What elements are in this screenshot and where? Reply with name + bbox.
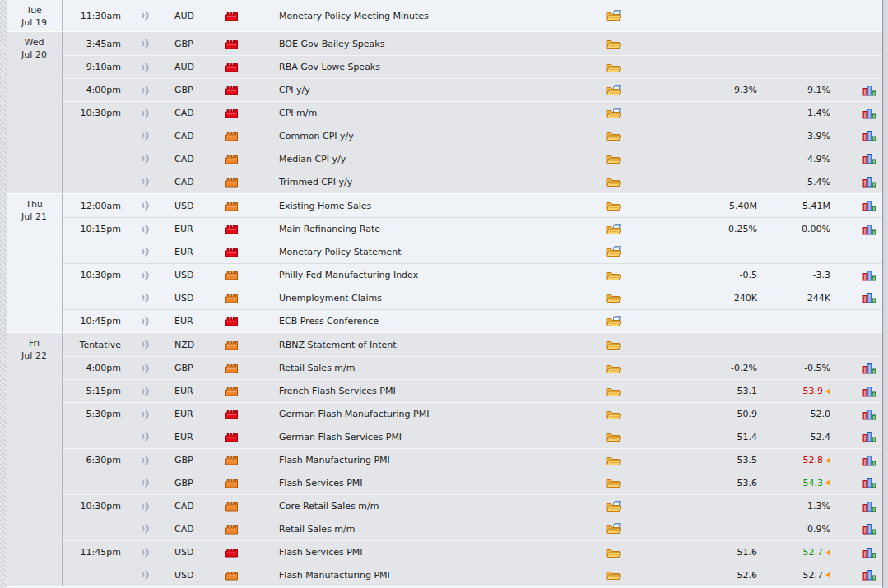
alert-icon[interactable] <box>141 153 150 164</box>
alert-icon[interactable] <box>141 270 150 281</box>
event-previous: 5.4% <box>807 177 830 188</box>
bar-chart-icon[interactable] <box>862 176 876 188</box>
impact-medium-icon <box>225 293 239 303</box>
alert-icon[interactable] <box>141 108 150 119</box>
bar-chart-icon[interactable] <box>862 409 876 420</box>
alert-icon[interactable] <box>141 292 150 303</box>
open-folder-with-document-icon[interactable] <box>606 224 622 235</box>
bar-chart-icon[interactable] <box>862 85 876 96</box>
alert-cell <box>127 200 163 211</box>
open-folder-icon[interactable] <box>606 38 622 49</box>
alert-icon[interactable] <box>141 455 150 466</box>
date-cell: Fri Jul 22 <box>7 333 63 586</box>
bar-chart-icon[interactable] <box>862 363 876 374</box>
event-title: Flash Services PMI <box>257 478 597 488</box>
event-forecast: 53.5 <box>631 455 759 465</box>
event-currency: AUD <box>163 11 206 21</box>
open-folder-icon[interactable] <box>606 569 622 581</box>
event-title: Core Retail Sales m/m <box>257 501 597 512</box>
open-folder-icon[interactable] <box>606 386 622 397</box>
alert-icon[interactable] <box>141 501 150 512</box>
open-folder-icon[interactable] <box>606 200 622 211</box>
open-folder-with-document-icon[interactable] <box>606 85 622 96</box>
open-folder-with-document-icon[interactable] <box>606 316 622 327</box>
event-title: CPI y/y <box>257 85 597 95</box>
bar-chart-icon[interactable] <box>862 455 876 466</box>
bar-chart-icon[interactable] <box>862 386 876 397</box>
event-row: 10:30pm USD Philly Fed Manufacturing Ind… <box>63 263 882 286</box>
open-folder-icon[interactable] <box>606 409 622 420</box>
open-folder-with-document-icon[interactable] <box>606 10 622 21</box>
bar-chart-icon[interactable] <box>862 130 876 141</box>
alert-icon[interactable] <box>141 477 150 488</box>
bar-chart-icon[interactable] <box>862 569 876 581</box>
open-folder-icon[interactable] <box>606 153 622 164</box>
bar-chart-icon[interactable] <box>862 224 876 235</box>
alert-icon[interactable] <box>141 10 150 21</box>
alert-icon[interactable] <box>141 62 150 73</box>
alert-icon[interactable] <box>141 431 150 442</box>
alert-cell <box>127 363 163 374</box>
revision-triangle-icon[interactable] <box>825 457 830 464</box>
alert-icon[interactable] <box>141 200 150 211</box>
event-row: 6:30pm GBP Flash Manufacturing PMI <box>63 448 882 471</box>
bar-chart-icon[interactable] <box>862 431 876 442</box>
alert-icon[interactable] <box>141 339 150 350</box>
revision-triangle-icon[interactable] <box>825 572 830 578</box>
event-title: Trimmed CPI y/y <box>257 177 597 188</box>
bar-chart-icon[interactable] <box>862 477 876 488</box>
open-folder-icon[interactable] <box>606 130 622 141</box>
open-folder-icon[interactable] <box>606 455 622 466</box>
impact-high-icon <box>225 432 239 442</box>
bar-chart-icon[interactable] <box>862 153 876 164</box>
open-folder-with-document-icon[interactable] <box>606 523 622 535</box>
open-folder-icon[interactable] <box>606 176 622 188</box>
open-folder-icon[interactable] <box>606 292 622 303</box>
alert-icon[interactable] <box>141 569 150 581</box>
alert-icon[interactable] <box>141 224 150 235</box>
bar-chart-icon[interactable] <box>862 523 876 535</box>
open-folder-with-document-icon[interactable] <box>606 108 622 119</box>
open-folder-icon[interactable] <box>606 547 622 558</box>
event-row: 10:30pm CAD CPI m/m <box>63 101 882 124</box>
alert-icon[interactable] <box>141 38 150 49</box>
alert-icon[interactable] <box>141 85 150 96</box>
event-previous: -0.5% <box>804 363 830 373</box>
open-folder-icon[interactable] <box>606 477 622 488</box>
alert-icon[interactable] <box>141 523 150 535</box>
revision-triangle-icon[interactable] <box>825 549 830 556</box>
bar-chart-icon[interactable] <box>862 501 876 512</box>
bar-chart-icon[interactable] <box>862 270 876 281</box>
event-previous: 1.3% <box>807 501 830 512</box>
alert-icon[interactable] <box>141 176 150 188</box>
alert-icon[interactable] <box>141 130 150 141</box>
impact-cell <box>206 455 257 465</box>
bar-chart-icon[interactable] <box>862 292 876 303</box>
alert-icon[interactable] <box>141 547 150 558</box>
alert-icon[interactable] <box>141 386 150 397</box>
open-folder-icon[interactable] <box>606 62 622 73</box>
alert-icon[interactable] <box>141 409 150 420</box>
open-folder-icon[interactable] <box>606 270 622 281</box>
event-title: Unemployment Claims <box>257 293 597 303</box>
open-folder-icon[interactable] <box>606 431 622 442</box>
open-folder-with-document-icon[interactable] <box>606 246 622 257</box>
bar-chart-icon[interactable] <box>862 108 876 119</box>
event-currency: CAD <box>163 154 206 164</box>
open-folder-icon[interactable] <box>606 363 622 374</box>
alert-icon[interactable] <box>141 363 150 374</box>
graph-cell <box>835 200 882 211</box>
bar-chart-icon[interactable] <box>862 547 876 558</box>
folder-icon <box>607 133 621 141</box>
revision-triangle-icon[interactable] <box>825 479 830 486</box>
event-title: Common CPI y/y <box>257 131 597 141</box>
open-folder-icon[interactable] <box>606 339 622 350</box>
bar-chart-icon[interactable] <box>862 200 876 211</box>
revision-triangle-icon[interactable] <box>825 388 830 395</box>
previous-cell: 4.9% <box>759 154 835 164</box>
graph-cell <box>835 108 882 119</box>
alert-icon[interactable] <box>141 246 150 257</box>
alert-icon[interactable] <box>141 316 150 327</box>
open-folder-with-document-icon[interactable] <box>606 501 622 512</box>
event-previous: -3.3 <box>813 270 830 280</box>
